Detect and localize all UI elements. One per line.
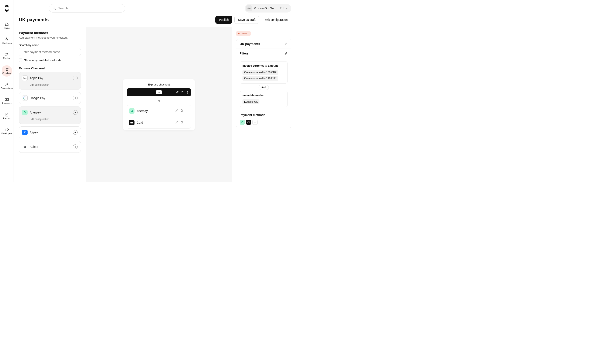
nav-routing-label: Routing bbox=[3, 57, 10, 59]
nav-checkout[interactable]: Checkout bbox=[2, 65, 12, 77]
chevron-down-icon bbox=[285, 7, 288, 10]
express-checkout-header: Express Checkout bbox=[19, 67, 81, 70]
trash-icon[interactable] bbox=[180, 121, 183, 125]
nav-connections-label: Connections bbox=[1, 87, 13, 90]
pm-label: Afterpay bbox=[30, 111, 71, 114]
nav-payments[interactable]: Payments bbox=[0, 96, 13, 107]
pm-alipay[interactable]: 支 Alipay + bbox=[19, 126, 81, 138]
checkout-preview-panel: Express checkout Pay ⋮ or Afterpa bbox=[86, 27, 232, 182]
nav-checkout-label: Checkout bbox=[2, 72, 11, 74]
pm-baloto[interactable]: 🎱 Baloto + bbox=[19, 141, 81, 153]
nav-monitoring-label: Monitoring bbox=[2, 42, 12, 44]
save-draft-button[interactable]: Save as draft bbox=[234, 16, 259, 24]
exit-config-button[interactable]: Exit configuration bbox=[261, 16, 291, 24]
enabled-only-label: Show only enabled methods bbox=[24, 58, 61, 62]
edit-afterpay[interactable]: Edit configuration bbox=[30, 118, 78, 121]
filter-currency-amount: Invoice currency & amount Greater or equ… bbox=[240, 61, 288, 84]
gear-icon bbox=[246, 5, 252, 11]
preview-apple-pay-button[interactable]: Pay ⋮ bbox=[127, 88, 191, 96]
apple-pay-icon: Pay bbox=[22, 75, 28, 81]
remove-apple-pay-button[interactable]: − bbox=[73, 76, 78, 80]
filters-header: Filters bbox=[240, 52, 249, 55]
apple-pay-thumb-icon: Pay bbox=[253, 120, 258, 125]
trash-icon[interactable] bbox=[180, 109, 183, 113]
afterpay-icon bbox=[129, 108, 135, 114]
cart-icon bbox=[5, 67, 9, 71]
add-google-pay-button[interactable]: + bbox=[73, 96, 78, 100]
card-thumb-icon bbox=[246, 120, 251, 125]
route-icon bbox=[5, 52, 9, 56]
drag-handle-icon[interactable]: ⋮ bbox=[186, 91, 189, 94]
nav-reports-label: Reports bbox=[3, 117, 10, 120]
status-text: DRAFT bbox=[241, 32, 249, 35]
trash-icon[interactable] bbox=[181, 91, 184, 94]
preview-afterpay-row[interactable]: Afterpay ⋮ bbox=[127, 105, 191, 117]
preview-card-row[interactable]: Card ⋮ bbox=[127, 117, 191, 128]
plug-icon bbox=[5, 83, 9, 86]
logo bbox=[2, 4, 11, 13]
filter-label: metadata.market bbox=[242, 94, 285, 97]
account-name: ProcessOut Sup… bbox=[254, 6, 278, 10]
edit-apple-pay[interactable]: Edit configuration bbox=[30, 83, 78, 86]
filter-chip: Equal to UK bbox=[242, 99, 260, 104]
nav-developers[interactable]: Developers bbox=[0, 126, 13, 137]
edit-filters-button[interactable] bbox=[284, 52, 288, 55]
filter-chip: Greater or equal to 100 GBP bbox=[242, 70, 278, 75]
preview-card: Express checkout Pay ⋮ or Afterpa bbox=[123, 79, 195, 130]
status-badge: DRAFT bbox=[236, 31, 251, 36]
row-label: Afterpay bbox=[136, 109, 148, 113]
nav-home[interactable]: Home bbox=[0, 20, 13, 31]
svg-rect-2 bbox=[5, 98, 9, 101]
edit-icon[interactable] bbox=[175, 109, 178, 113]
pm-label: Alipay bbox=[30, 131, 71, 134]
nav-monitoring[interactable]: Monitoring bbox=[0, 35, 13, 46]
nav-payments-label: Payments bbox=[2, 102, 12, 104]
apple-pay-badge: Pay bbox=[156, 90, 162, 94]
filter-metadata-market: metadata.market Equal to UK bbox=[240, 91, 288, 107]
edit-title-button[interactable] bbox=[284, 42, 288, 46]
code-icon bbox=[5, 128, 9, 131]
bill-icon bbox=[5, 98, 9, 101]
pm-label: Apple Pay bbox=[30, 76, 71, 80]
drag-handle-icon[interactable]: ⋮ bbox=[185, 109, 189, 113]
baloto-icon: 🎱 bbox=[22, 144, 28, 150]
enabled-only-checkbox[interactable] bbox=[19, 58, 22, 62]
publish-button[interactable]: Publish bbox=[215, 16, 232, 24]
nav-routing[interactable]: Routing bbox=[0, 50, 13, 62]
search-input[interactable] bbox=[58, 6, 122, 10]
pm-search-label: Search by name bbox=[19, 44, 81, 47]
page-title: UK payments bbox=[19, 17, 49, 22]
nav-reports[interactable]: Reports bbox=[0, 110, 13, 122]
summary-pm-header: Payment methods bbox=[236, 110, 291, 120]
status-dot-icon bbox=[238, 33, 240, 34]
edit-icon[interactable] bbox=[175, 121, 178, 125]
home-icon bbox=[5, 22, 9, 26]
pm-search-input[interactable] bbox=[19, 48, 81, 56]
nav-home-label: Home bbox=[4, 27, 10, 29]
add-alipay-button[interactable]: + bbox=[73, 130, 78, 135]
add-baloto-button[interactable]: + bbox=[73, 144, 78, 149]
svg-point-1 bbox=[7, 71, 8, 71]
alipay-icon: 支 bbox=[22, 130, 28, 135]
search-icon bbox=[52, 6, 56, 10]
pm-google-pay[interactable]: Google Pay + bbox=[19, 92, 81, 104]
summary-title: UK payments bbox=[240, 42, 260, 46]
document-icon bbox=[5, 113, 9, 117]
filter-chip: Greater or equal to 119 EUR bbox=[242, 76, 278, 81]
pm-afterpay[interactable]: Afterpay − Edit configuration bbox=[19, 106, 81, 124]
pm-label: Google Pay bbox=[30, 96, 71, 100]
edit-icon[interactable] bbox=[176, 91, 179, 94]
nav-connections[interactable]: Connections bbox=[0, 80, 13, 92]
pm-apple-pay[interactable]: Pay Apple Pay − Edit configuration bbox=[19, 72, 81, 90]
afterpay-icon bbox=[22, 110, 28, 115]
drag-handle-icon[interactable]: ⋮ bbox=[185, 121, 189, 125]
pm-section-desc: Add payment methods to your checkout bbox=[19, 36, 81, 40]
account-switcher[interactable]: ProcessOut Sup… EU bbox=[245, 4, 291, 13]
google-pay-icon bbox=[22, 95, 28, 101]
activity-icon bbox=[5, 37, 9, 41]
global-search[interactable] bbox=[49, 4, 125, 13]
row-label: Card bbox=[136, 121, 143, 124]
afterpay-thumb-icon bbox=[240, 120, 245, 125]
remove-afterpay-button[interactable]: − bbox=[73, 110, 78, 115]
filter-label: Invoice currency & amount bbox=[242, 64, 285, 67]
